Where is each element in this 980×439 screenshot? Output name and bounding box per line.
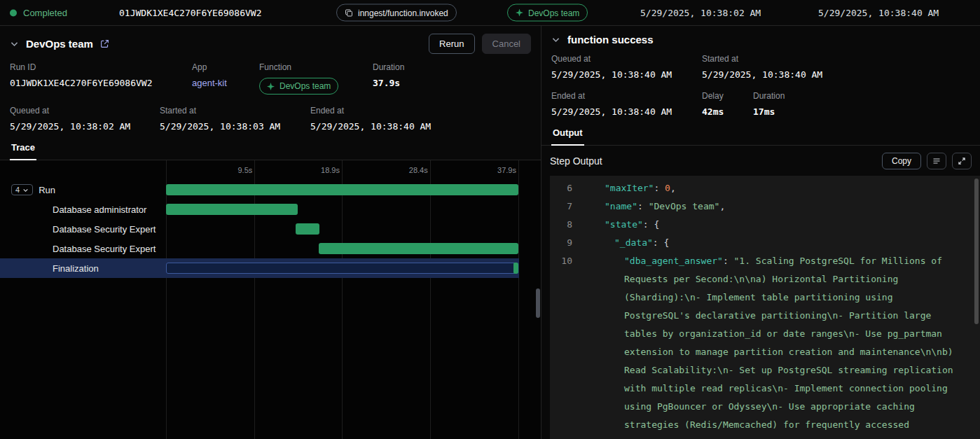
step-queued-value: 5/29/2025, 10:38:40 AM — [551, 69, 702, 80]
axis-tick-label: 37.9s — [497, 166, 516, 174]
code-line-content: "maxIter": 0, — [585, 179, 980, 197]
topbar-ended-time: 5/29/2025, 10:38:40 AM — [818, 8, 939, 18]
field-started-value: 5/29/2025, 10:38:03 AM — [160, 121, 310, 132]
code-scrollbar[interactable] — [974, 179, 979, 324]
cancel-button[interactable]: Cancel — [482, 34, 531, 54]
trace-row-name: Finalization — [53, 263, 99, 274]
collapse-step-chevron-icon[interactable] — [551, 35, 560, 44]
line-number: 9 — [554, 234, 572, 252]
run-status: Completed — [10, 8, 67, 18]
field-function: Function DevOps team — [259, 62, 373, 95]
trace-row-label: Database Security Expert — [0, 239, 166, 258]
left-panel-scrollbar[interactable] — [536, 288, 540, 318]
trace-row[interactable]: Database Security Expert — [0, 219, 541, 239]
field-started-label: Started at — [160, 106, 310, 116]
step-started-value: 5/29/2025, 10:38:40 AM — [702, 69, 822, 80]
trace-rows: 4RunDatabase administratorDatabase Secur… — [0, 180, 541, 278]
wrap-lines-icon[interactable] — [927, 153, 946, 169]
external-link-icon[interactable] — [100, 39, 109, 48]
sparkle-icon — [267, 83, 275, 90]
trace-row-label: Database administrator — [0, 200, 166, 219]
trace-span-bar[interactable] — [166, 204, 298, 215]
code-viewer[interactable]: 6"maxIter": 0,7"name": "DevOps team",8"s… — [550, 176, 980, 439]
collapse-children-toggle[interactable]: 4 — [11, 184, 33, 195]
function-pill[interactable]: DevOps team — [259, 78, 338, 95]
event-badge[interactable]: inngest/function.invoked — [336, 4, 457, 22]
field-app-label: App — [192, 62, 259, 72]
collapse-run-chevron-icon[interactable] — [10, 39, 19, 48]
code-line: 6"maxIter": 0, — [550, 179, 980, 197]
status-label: Completed — [23, 8, 67, 18]
step-duration-label: Duration — [753, 91, 785, 101]
event-icon — [345, 8, 353, 17]
trace-span-exec-cap — [513, 263, 518, 274]
field-ended-label: Ended at — [310, 106, 431, 116]
trace-row[interactable]: Finalization — [0, 258, 541, 278]
trace-row[interactable]: Database Security Expert — [0, 239, 541, 258]
function-badge[interactable]: DevOps team — [507, 4, 588, 22]
step-field-duration: Duration 17ms — [753, 91, 785, 117]
trace-row-label: 4Run — [0, 180, 166, 200]
field-duration: Duration 37.9s — [373, 62, 404, 95]
step-meta-row-2: Ended at 5/29/2025, 10:38:40 AM Delay 42… — [541, 86, 980, 123]
step-field-started: Started at 5/29/2025, 10:38:40 AM — [702, 54, 822, 80]
trace-row-name: Database administrator — [53, 204, 146, 215]
tab-output[interactable]: Output — [551, 123, 584, 146]
field-duration-label: Duration — [373, 62, 404, 72]
chevron-down-icon — [22, 187, 29, 193]
step-panel-header: function success — [541, 26, 980, 49]
trace-span-bar[interactable] — [296, 223, 319, 235]
step-ended-value: 5/29/2025, 10:38:40 AM — [551, 106, 702, 117]
app-root: Completed 01JWDK1XE4C270F6YE69086VW2 inn… — [0, 0, 980, 439]
rerun-button[interactable]: Rerun — [429, 34, 474, 54]
trace-row-name: Database Security Expert — [53, 244, 156, 254]
tab-trace[interactable]: Trace — [10, 138, 36, 160]
step-duration-value: 17ms — [753, 106, 785, 117]
code-lines: 6"maxIter": 0,7"name": "DevOps team",8"s… — [550, 179, 980, 439]
run-meta-row-2: Queued at 5/29/2025, 10:38:02 AM Started… — [0, 101, 541, 138]
code-line: 8"state": { — [550, 216, 980, 234]
field-ended-value: 5/29/2025, 10:38:40 AM — [310, 121, 431, 132]
run-panel: DevOps team Rerun Cancel Run ID 01JWDK1X… — [0, 26, 541, 439]
step-output-heading: Step Output — [550, 155, 602, 167]
trace-span-bar[interactable] — [166, 263, 518, 274]
trace-row[interactable]: 4Run — [0, 180, 541, 200]
field-run-id: Run ID 01JWDK1XE4C270F6YE69086VW2 — [10, 62, 192, 95]
axis-tick-label: 28.4s — [409, 166, 428, 174]
code-line: 10"dba_agent_answer": "1. Scaling Postgr… — [550, 252, 980, 439]
app-link[interactable]: agent-kit — [192, 78, 259, 88]
function-badge-label: DevOps team — [528, 8, 579, 18]
trace-span-bar[interactable] — [166, 184, 518, 195]
expand-icon[interactable] — [952, 153, 972, 169]
code-line-content: "state": { — [585, 216, 980, 234]
field-queued-at: Queued at 5/29/2025, 10:38:02 AM — [10, 106, 160, 132]
run-tabs: Trace — [0, 138, 541, 160]
topbar: Completed 01JWDK1XE4C270F6YE69086VW2 inn… — [0, 0, 980, 26]
field-run-id-value: 01JWDK1XE4C270F6YE69086VW2 — [10, 78, 192, 88]
topbar-run-id: 01JWDK1XE4C270F6YE69086VW2 — [119, 8, 262, 18]
copy-button[interactable]: Copy — [882, 153, 921, 169]
code-line-content: "dba_agent_answer": "1. Scaling PostgreS… — [585, 252, 980, 439]
axis-tick-label: 9.5s — [237, 166, 252, 174]
line-number: 8 — [554, 216, 572, 234]
step-field-ended: Ended at 5/29/2025, 10:38:40 AM — [551, 91, 702, 117]
trace-row-name: Database Security Expert — [53, 224, 156, 235]
event-badge-label: inngest/function.invoked — [358, 8, 448, 18]
trace-row-label: Database Security Expert — [0, 219, 166, 239]
step-title: function success — [567, 34, 654, 46]
run-panel-header: DevOps team Rerun Cancel — [0, 26, 541, 57]
trace-row-label: Finalization — [0, 258, 166, 278]
status-dot-icon — [10, 9, 17, 16]
step-output-bar: Step Output Copy — [541, 146, 980, 176]
field-duration-value: 37.9s — [373, 78, 404, 88]
run-meta-row-1: Run ID 01JWDK1XE4C270F6YE69086VW2 App ag… — [0, 57, 541, 101]
field-ended-at: Ended at 5/29/2025, 10:38:40 AM — [310, 106, 431, 132]
trace-timeline[interactable]: 9.5s18.9s28.4s37.9s 4RunDatabase adminis… — [0, 160, 541, 439]
field-app: App agent-kit — [192, 62, 259, 95]
code-line: 7"name": "DevOps team", — [550, 197, 980, 216]
step-delay-label: Delay — [702, 91, 753, 101]
code-line-content: "name": "DevOps team", — [585, 197, 980, 216]
step-delay-value: 42ms — [702, 106, 753, 117]
trace-span-bar[interactable] — [319, 243, 518, 254]
trace-row[interactable]: Database administrator — [0, 200, 541, 219]
